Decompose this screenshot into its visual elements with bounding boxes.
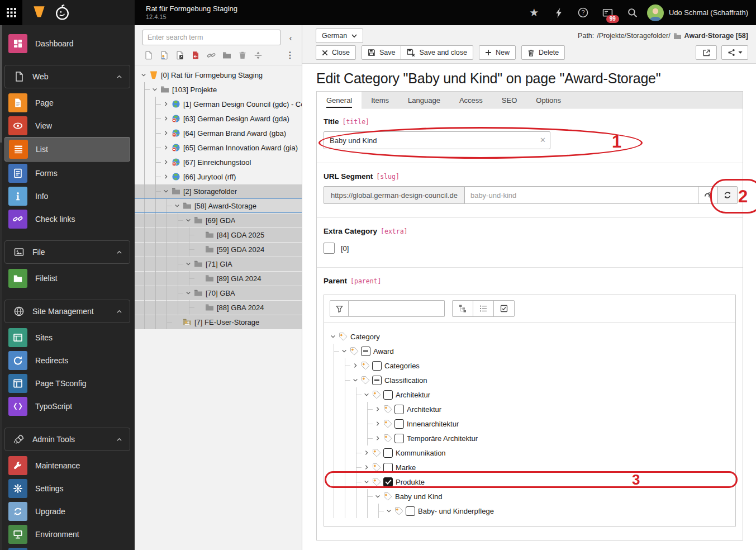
clear-input-icon[interactable]: ✕: [540, 136, 546, 144]
tab-seo[interactable]: SEO: [492, 92, 526, 108]
category-tree-node[interactable]: Architektur: [324, 402, 735, 416]
category-tree-node[interactable]: Classification: [324, 373, 735, 387]
tree-search-input[interactable]: [142, 30, 280, 45]
chevron-down-icon[interactable]: [362, 390, 371, 399]
title-input[interactable]: [324, 131, 550, 149]
chevron-right-icon[interactable]: [362, 463, 371, 472]
category-tree-node[interactable]: Innenarchitektur: [324, 416, 735, 431]
page-tree-node[interactable]: [88] GBA 2024: [135, 300, 302, 315]
clear-cache-button[interactable]: [549, 0, 569, 25]
tree-view-button[interactable]: [452, 300, 473, 317]
category-tree-node[interactable]: Category: [324, 329, 735, 344]
module-menu-scrollbar[interactable]: [0, 25, 2, 550]
chevron-down-icon[interactable]: [184, 259, 193, 268]
category-tree-node[interactable]: Marke: [324, 460, 735, 475]
chevron-right-icon[interactable]: [161, 114, 170, 123]
category-checkbox[interactable]: [394, 405, 404, 414]
category-tree-node[interactable]: Produkte: [324, 475, 735, 489]
sidebar-group-file[interactable]: File: [4, 240, 130, 264]
sidebar-item-page[interactable]: Page: [0, 91, 135, 114]
page-tree-node[interactable]: [65] German Innovation Award (gia): [135, 140, 302, 155]
parent-filter-input[interactable]: [349, 300, 445, 317]
chevron-right-icon[interactable]: [161, 172, 170, 181]
systeminfo-button[interactable]: 99: [598, 0, 618, 25]
tab-access[interactable]: Access: [450, 92, 492, 108]
chevron-right-icon[interactable]: [161, 129, 170, 138]
tree-more-menu[interactable]: ⋮: [285, 50, 295, 60]
chevron-down-icon[interactable]: [184, 288, 193, 297]
page-tree-node[interactable]: [59] GDA 2024: [135, 242, 302, 257]
chevron-right-icon[interactable]: [373, 434, 382, 443]
chevron-right-icon[interactable]: [373, 419, 382, 428]
tab-general[interactable]: General: [317, 92, 362, 108]
list-view-button[interactable]: [473, 300, 494, 317]
page-red-icon[interactable]: [191, 50, 201, 60]
category-checkbox[interactable]: [361, 347, 370, 356]
page-tree-node[interactable]: [66] Jurytool (rff): [135, 169, 302, 184]
chevron-down-icon[interactable]: [384, 506, 393, 515]
sidebar-item-maintenance[interactable]: Maintenance: [0, 454, 135, 477]
category-checkbox[interactable]: [394, 419, 404, 429]
delete-button[interactable]: Delete: [521, 45, 565, 60]
chevron-right-icon[interactable]: [161, 143, 170, 152]
category-tree-node[interactable]: Architektur: [324, 387, 735, 402]
page-tree-node[interactable]: [103] Projekte: [135, 82, 302, 97]
page-tree-node[interactable]: [69] GDA: [135, 213, 302, 227]
sidebar-item-sites[interactable]: Sites: [0, 326, 135, 349]
language-select[interactable]: German: [316, 29, 363, 43]
page-user-icon[interactable]: [159, 50, 169, 60]
collapse-tree-button[interactable]: ‹: [284, 31, 297, 44]
link-icon[interactable]: [206, 50, 216, 60]
bookmarks-button[interactable]: ★: [524, 0, 544, 25]
sidebar-item-view[interactable]: View: [0, 114, 135, 137]
category-tree-node[interactable]: Kommunikation: [324, 445, 735, 460]
sidebar-group-sitemanagement[interactable]: Site Management: [4, 300, 130, 323]
category-tree-node[interactable]: Award: [324, 344, 735, 358]
save-button[interactable]: Save: [362, 45, 402, 60]
sidebar-group-web[interactable]: Web: [4, 65, 130, 88]
category-checkbox[interactable]: [383, 463, 393, 472]
category-checkbox[interactable]: [372, 361, 382, 371]
page-tree-node[interactable]: [70] GBA: [135, 286, 302, 300]
sidebar-item-pagetsconfig[interactable]: Page TSconfig: [0, 372, 135, 395]
page-shortcut-icon[interactable]: [175, 50, 185, 60]
chevron-down-icon[interactable]: [329, 332, 337, 341]
open-in-new-window-button[interactable]: [696, 45, 717, 60]
chevron-down-icon[interactable]: [351, 376, 360, 385]
sidebar-item-typoscript[interactable]: TypoScript: [0, 395, 135, 418]
chevron-down-icon[interactable]: [362, 477, 371, 486]
tab-items[interactable]: Items: [362, 92, 398, 108]
sidebar-item-dashboard[interactable]: Dashboard: [0, 32, 135, 55]
sidebar-item-settings[interactable]: Settings: [0, 477, 135, 500]
folder-tool-icon[interactable]: [222, 50, 232, 60]
sidebar-item-checklinks[interactable]: Check links: [0, 207, 135, 230]
sidebar-item-list[interactable]: List: [4, 137, 130, 162]
chevron-down-icon[interactable]: [139, 70, 148, 79]
user-menu[interactable]: Udo Schmal (Schaffrath): [647, 4, 748, 21]
help-button[interactable]: ?: [573, 0, 593, 25]
category-tree-node[interactable]: Temporäre Architektur: [324, 431, 735, 445]
category-checkbox[interactable]: [394, 434, 404, 443]
slug-input[interactable]: [465, 186, 698, 204]
category-checkbox[interactable]: [406, 506, 415, 516]
chevron-down-icon[interactable]: [340, 347, 349, 355]
slug-toggle-button[interactable]: [698, 186, 718, 204]
chevron-right-icon[interactable]: [161, 99, 170, 108]
extra-checkbox[interactable]: [324, 243, 335, 254]
page-new-icon[interactable]: [144, 50, 154, 60]
chevron-down-icon[interactable]: [161, 187, 170, 196]
page-tree-node[interactable]: [71] GIA: [135, 257, 302, 271]
chevron-right-icon[interactable]: [161, 158, 170, 167]
share-button[interactable]: [721, 45, 748, 60]
slug-recalculate-button[interactable]: [717, 186, 738, 204]
sidebar-item-upgrade[interactable]: Upgrade: [0, 500, 135, 523]
category-checkbox[interactable]: [383, 477, 393, 487]
chevron-down-icon[interactable]: [184, 216, 193, 225]
chevron-right-icon[interactable]: [351, 361, 360, 370]
page-tree-node[interactable]: [67] Einreichungstool: [135, 155, 302, 169]
category-tree-node[interactable]: Categories: [324, 358, 735, 373]
page-tree-node[interactable]: [2] Storagefolder: [135, 184, 302, 198]
chevron-down-icon[interactable]: [150, 85, 159, 94]
page-tree-node[interactable]: [0] Rat für Formgebung Staging: [135, 68, 302, 82]
page-tree-node[interactable]: [63] German Design Award (gda): [135, 111, 302, 126]
